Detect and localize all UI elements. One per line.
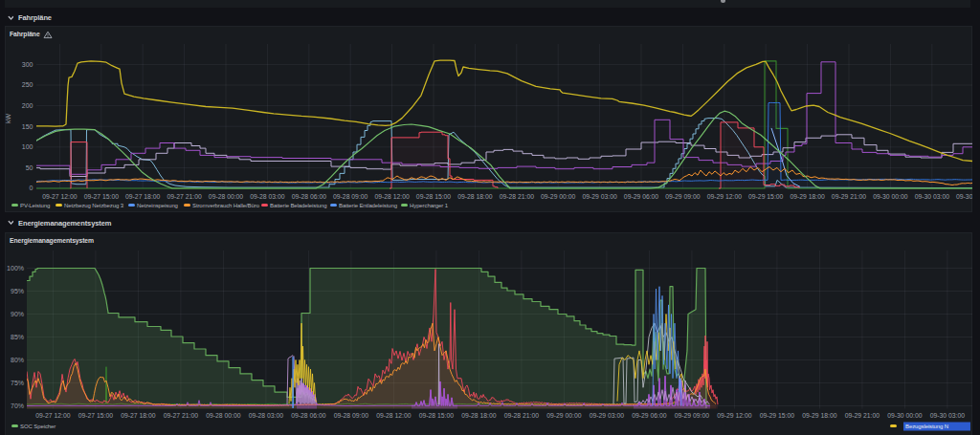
svg-text:09-28 15:00: 09-28 15:00 — [416, 193, 452, 200]
svg-text:09-28 09:00: 09-28 09:00 — [334, 412, 369, 419]
svg-text:09-28 09:00: 09-28 09:00 — [333, 193, 368, 200]
svg-text:150: 150 — [22, 123, 33, 130]
svg-text:PV-Leistung: PV-Leistung — [20, 203, 50, 208]
svg-text:Stromverbrauch Halle/Büro: Stromverbrauch Halle/Büro — [192, 203, 260, 208]
svg-text:09-27 18:00: 09-27 18:00 — [121, 412, 156, 419]
svg-text:Netzbezug Netzbezug 3: Netzbezug Netzbezug 3 — [64, 203, 124, 208]
svg-text:09-28 06:00: 09-28 06:00 — [292, 193, 327, 200]
svg-text:09-29 06:00: 09-29 06:00 — [632, 412, 667, 419]
svg-text:09-29 12:00: 09-29 12:00 — [707, 193, 743, 200]
svg-text:09-29 15:00: 09-29 15:00 — [748, 193, 784, 200]
svg-text:70%: 70% — [11, 402, 24, 409]
svg-text:80%: 80% — [11, 357, 24, 363]
svg-text:Hypercharger 1: Hypercharger 1 — [410, 203, 449, 208]
svg-text:09-29 21:00: 09-29 21:00 — [832, 193, 867, 200]
svg-text:09-29 21:00: 09-29 21:00 — [845, 412, 880, 419]
svg-text:100: 100 — [22, 143, 33, 150]
svg-text:09-29 12:00: 09-29 12:00 — [717, 412, 752, 419]
svg-text:09-28 03:00: 09-28 03:00 — [250, 193, 285, 200]
svg-text:09-28 06:00: 09-28 06:00 — [291, 412, 326, 419]
svg-text:09-29 03:00: 09-29 03:00 — [582, 193, 617, 200]
svg-text:SOC Speicher: SOC Speicher — [20, 424, 56, 429]
svg-text:0: 0 — [30, 185, 33, 191]
svg-text:250: 250 — [22, 81, 33, 88]
svg-text:Bezugsleistung N: Bezugsleistung N — [905, 424, 948, 429]
svg-text:09-29 00:00: 09-29 00:00 — [546, 412, 582, 419]
svg-text:09-28 21:00: 09-28 21:00 — [504, 412, 540, 419]
svg-text:09-28 03:00: 09-28 03:00 — [249, 412, 284, 419]
svg-text:09-27 12:00: 09-27 12:00 — [35, 412, 71, 419]
svg-text:09-29 09:00: 09-29 09:00 — [675, 412, 710, 419]
svg-text:09-28 00:00: 09-28 00:00 — [206, 412, 241, 419]
svg-text:09-27 12:00: 09-27 12:00 — [42, 193, 78, 200]
svg-text:50: 50 — [26, 164, 33, 171]
svg-text:09-28 18:00: 09-28 18:00 — [461, 412, 497, 419]
svg-text:09-29 09:00: 09-29 09:00 — [665, 193, 701, 200]
svg-text:90%: 90% — [11, 311, 24, 317]
svg-text:09-29 06:00: 09-29 06:00 — [624, 193, 659, 200]
svg-text:100%: 100% — [7, 265, 24, 272]
svg-text:09-28 18:00: 09-28 18:00 — [457, 193, 493, 200]
svg-text:300: 300 — [22, 61, 33, 68]
svg-text:09-27 21:00: 09-27 21:00 — [167, 193, 202, 200]
svg-text:09-28 12:00: 09-28 12:00 — [374, 193, 410, 200]
svg-text:75%: 75% — [11, 380, 24, 386]
svg-text:09-27 21:00: 09-27 21:00 — [164, 412, 199, 419]
svg-text:09-27 15:00: 09-27 15:00 — [84, 193, 120, 200]
svg-text:09-30 03:00: 09-30 03:00 — [930, 412, 966, 419]
svg-text:09-29 03:00: 09-29 03:00 — [590, 412, 625, 419]
svg-text:kW: kW — [5, 114, 11, 124]
svg-text:09-27 18:00: 09-27 18:00 — [125, 193, 161, 200]
svg-text:09-28 21:00: 09-28 21:00 — [500, 193, 535, 200]
svg-text:09-29 18:00: 09-29 18:00 — [790, 193, 825, 200]
svg-text:09-28 15:00: 09-28 15:00 — [419, 412, 455, 419]
svg-text:09-29 00:00: 09-29 00:00 — [541, 193, 576, 200]
svg-text:09-29 18:00: 09-29 18:00 — [802, 412, 837, 419]
svg-text:09-27 15:00: 09-27 15:00 — [78, 412, 114, 419]
svg-text:Netzeinspeisung: Netzeinspeisung — [137, 203, 178, 208]
svg-text:09-28 12:00: 09-28 12:00 — [376, 412, 412, 419]
svg-text:09-29 15:00: 09-29 15:00 — [760, 412, 795, 419]
svg-text:200: 200 — [22, 102, 33, 109]
svg-text:85%: 85% — [11, 334, 24, 340]
svg-text:Batterie Entladeleistung: Batterie Entladeleistung — [339, 203, 397, 208]
svg-text:09-28 00:00: 09-28 00:00 — [209, 193, 244, 200]
svg-text:95%: 95% — [11, 288, 24, 294]
svg-text:09-30 00:00: 09-30 00:00 — [873, 193, 908, 200]
svg-text:09-30 00:00: 09-30 00:00 — [887, 412, 923, 419]
svg-text:Batterie Beladeleistung: Batterie Beladeleistung — [270, 203, 326, 208]
svg-text:09-30 03:00: 09-30 03:00 — [915, 193, 950, 200]
